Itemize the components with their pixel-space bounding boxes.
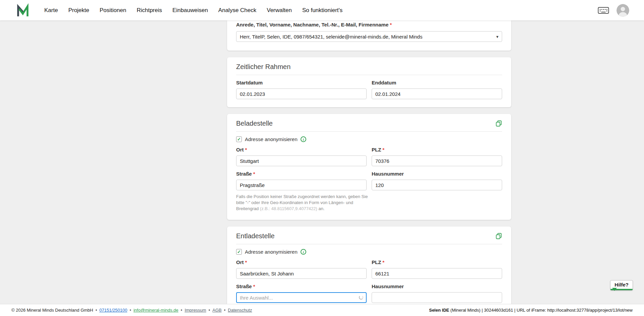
entlade-ort-label-text: Ort [236,259,244,265]
entlade-hausnummer-field: Hausnummer [372,283,502,303]
nav-item-projekte[interactable]: Projekte [68,7,89,14]
entladestelle-title: Entladestelle [236,232,275,240]
contact-label: Anrede, Titel, Vorname, Nachname, Tel.-N… [236,22,502,28]
check-icon: ✓ [237,250,241,254]
belade-strasse-field: Straße* [236,171,367,190]
entlade-ort-input[interactable] [236,268,367,279]
belade-strasse-label-text: Straße [236,171,252,177]
hint-example: (z.B.: 48.8115607,9.4077422) [260,206,317,211]
session-details: (Mineral Minds) | 30244603d161 | URL of … [449,308,633,313]
belade-plz-input[interactable] [372,155,502,166]
belade-ort-label: Ort* [236,147,367,153]
keyboard-icon[interactable] [598,6,609,14]
nav-item-einbauweisen[interactable]: Einbauweisen [172,7,208,14]
belade-strasse-input[interactable] [236,180,367,190]
separator-dot: • [181,308,182,313]
separator-dot: • [96,308,97,313]
enddatum-field: Enddatum [372,80,502,99]
entlade-plz-field: PLZ* [372,259,502,279]
entlade-strasse-label-text: Straße [236,283,252,289]
top-navbar: Karte Projekte Positionen Richtpreis Ein… [0,0,644,20]
beladestelle-row-2: Straße* Hausnummer [236,171,502,190]
belade-strasse-label: Straße* [236,171,367,177]
session-info: Selen IDE (Mineral Minds) | 30244603d161… [429,308,633,313]
nav-item-karte[interactable]: Karte [44,7,58,14]
belade-ort-input[interactable] [236,155,367,166]
contact-select[interactable]: Herr, TitelP, Selen, IDE, 0987/654321, s… [236,31,502,42]
footer-impressum-link[interactable]: Impressum [184,308,206,313]
entlade-hausnummer-input[interactable] [372,292,502,303]
separator-dot: • [209,308,210,313]
belade-ort-label-text: Ort [236,147,244,152]
nav-item-verwalten[interactable]: Verwalten [267,7,292,14]
contact-label-text: Anrede, Titel, Vorname, Nachname, Tel.-N… [236,22,388,27]
timeframe-card: Zeitlicher Rahmen Startdatum Enddatum [227,57,511,107]
nav-item-positionen[interactable]: Positionen [100,7,126,14]
help-button[interactable]: Hilfe? [610,280,633,291]
main-content: Anrede, Titel, Vorname, Nachname, Tel.-N… [0,20,644,304]
belade-hausnummer-field: Hausnummer [372,171,502,190]
required-asterisk: * [382,147,384,152]
footer-agb-link[interactable]: AGB [212,308,221,313]
entlade-ort-field: Ort* [236,259,367,279]
beladestelle-title: Beladestelle [236,119,273,127]
info-icon[interactable]: i [301,136,306,142]
belade-hausnummer-label: Hausnummer [372,171,502,177]
strasse-hint: Falls die Position keiner Straße zugeord… [236,194,371,212]
separator-dot: • [129,308,131,313]
startdatum-input[interactable] [236,88,367,99]
info-glyph: i [303,137,304,141]
entlade-strasse-field: Straße* [236,283,367,303]
entladestelle-card: Entladestelle ✓ Adresse anonymisieren i … [227,227,511,304]
timeframe-title: Zeitlicher Rahmen [236,63,502,71]
anonymize-checkbox[interactable]: ✓ [236,249,242,255]
entlade-hausnummer-label: Hausnummer [372,283,502,290]
contact-card: Anrede, Titel, Vorname, Nachname, Tel.-N… [227,20,511,51]
belade-plz-label: PLZ* [372,147,502,153]
entlade-strasse-label: Straße* [236,283,367,290]
footer-email-link[interactable]: info@mineral-minds.de [133,308,178,313]
section-divider [236,75,502,75]
loading-spinner-icon [359,295,363,300]
required-asterisk: * [382,259,384,265]
section-divider [236,131,502,132]
footer-datenschutz-link[interactable]: Datenschutz [228,308,252,313]
beladestelle-card: Beladestelle ✓ Adresse anonymisieren i O… [227,114,511,220]
separator-dot: • [224,308,226,313]
required-asterisk: * [253,283,255,289]
mineral-minds-logo[interactable] [15,3,30,17]
belade-hausnummer-input[interactable] [372,180,502,190]
nav-item-so-funktionierts[interactable]: So funktioniert's [302,7,342,14]
timeframe-fields: Startdatum Enddatum [236,80,502,99]
nav-item-analyse-check[interactable]: Analyse Check [218,7,256,14]
required-asterisk: * [390,22,392,27]
required-asterisk: * [245,259,247,265]
enddatum-input[interactable] [372,88,502,99]
page-footer: © 2026 Mineral Minds Deutschland GmbH • … [0,304,644,316]
section-divider [236,244,502,244]
footer-links: © 2026 Mineral Minds Deutschland GmbH • … [11,308,252,313]
anonymize-row: ✓ Adresse anonymisieren i [236,249,502,255]
lot-form: Anrede, Titel, Vorname, Nachname, Tel.-N… [227,20,511,304]
info-glyph: i [303,250,304,254]
copyright-text: © 2026 Mineral Minds Deutschland GmbH [11,308,93,313]
copy-icon[interactable] [495,233,502,239]
main-nav: Karte Projekte Positionen Richtpreis Ein… [44,7,342,14]
nav-item-richtpreis[interactable]: Richtpreis [137,7,162,14]
user-avatar-icon[interactable] [616,4,629,17]
info-icon[interactable]: i [301,249,306,255]
footer-phone-link[interactable]: 07151/250100 [99,308,127,313]
startdatum-label: Startdatum [236,80,367,86]
enddatum-label: Enddatum [372,80,502,86]
anonymize-checkbox[interactable]: ✓ [236,136,242,142]
check-icon: ✓ [237,137,241,141]
entlade-plz-input[interactable] [372,268,502,279]
entlade-strasse-input[interactable] [236,292,367,303]
required-asterisk: * [253,171,255,177]
session-user: Selen IDE [429,308,449,313]
copy-icon[interactable] [495,120,502,127]
anonymize-row: ✓ Adresse anonymisieren i [236,136,502,142]
entladestelle-row-1: Ort* PLZ* [236,259,502,279]
entladestelle-row-2: Straße* Hausnummer [236,283,502,303]
entlade-ort-label: Ort* [236,259,367,265]
